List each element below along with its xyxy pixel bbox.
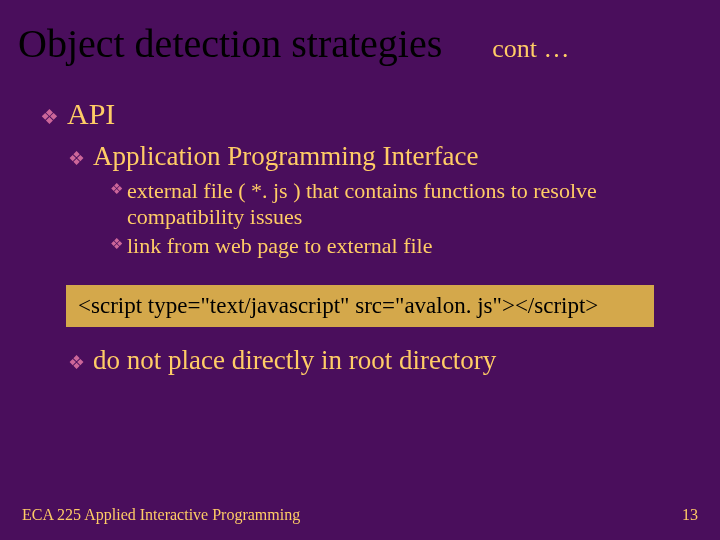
bullet-text: link from web page to external file xyxy=(127,233,432,259)
title-row: Object detection strategies cont … xyxy=(0,20,720,67)
diamond-bullet-icon: ❖ xyxy=(110,178,123,200)
bullet-level-3: ❖ link from web page to external file xyxy=(110,233,680,259)
diamond-bullet-icon: ❖ xyxy=(40,101,59,135)
diamond-bullet-icon: ❖ xyxy=(110,233,123,255)
bullet-text: do not place directly in root directory xyxy=(93,345,496,376)
code-example-box: <script type="text/javascript" src="aval… xyxy=(66,285,654,327)
content-area: ❖ API ❖ Application Programming Interfac… xyxy=(0,67,720,378)
footer: ECA 225 Applied Interactive Programming … xyxy=(0,506,720,524)
diamond-bullet-icon: ❖ xyxy=(68,348,85,378)
diamond-bullet-icon: ❖ xyxy=(68,144,85,174)
footer-course: ECA 225 Applied Interactive Programming xyxy=(22,506,300,524)
bullet-level-1: ❖ API xyxy=(40,97,680,135)
code-text: <script type="text/javascript" src="aval… xyxy=(78,293,598,318)
bullet-text: Application Programming Interface xyxy=(93,141,478,172)
footer-page-number: 13 xyxy=(682,506,698,524)
bullet-level-2: ❖ do not place directly in root director… xyxy=(68,345,680,378)
slide: Object detection strategies cont … ❖ API… xyxy=(0,0,720,540)
bullet-text: external file ( *. js ) that contains fu… xyxy=(127,178,680,231)
bullet-level-3: ❖ external file ( *. js ) that contains … xyxy=(110,178,680,231)
slide-title: Object detection strategies xyxy=(18,20,442,67)
bullet-text: API xyxy=(67,97,115,131)
slide-continuation: cont … xyxy=(492,34,569,64)
bullet-level-2: ❖ Application Programming Interface xyxy=(68,141,680,174)
